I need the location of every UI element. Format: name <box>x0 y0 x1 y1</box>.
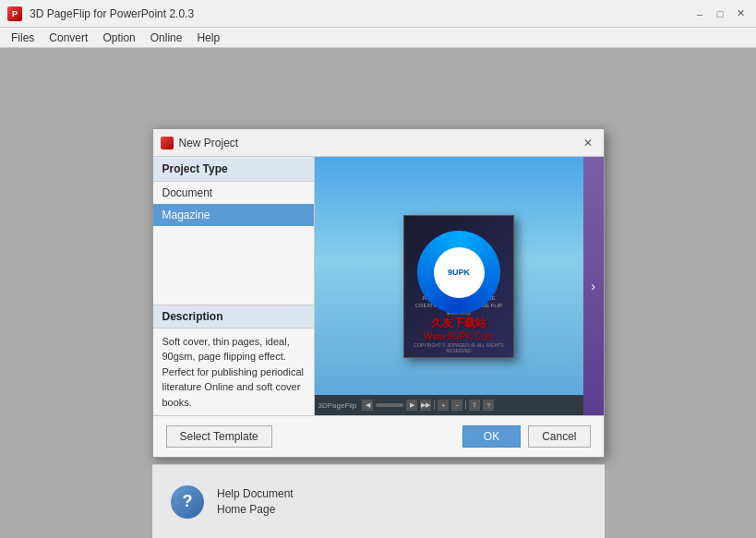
app-icon: P <box>7 6 22 21</box>
maximize-button[interactable]: □ <box>712 6 728 22</box>
toolbar-divider-2 <box>465 401 466 410</box>
right-panel: 3D PAGEFLIPPROFESSIONAL THE WORLD'S BEST… <box>315 157 604 415</box>
toolbar-brand: 3DPageFlip <box>318 401 357 410</box>
book-cover-subtitle: THE WORLD'S BEST 3D PAGEFLIPPING SOFTWAR… <box>404 286 513 317</box>
title-bar-left: P 3D PageFlip for PowerPoint 2.0.3 <box>7 6 194 21</box>
toolbar-icon-zoom-in[interactable]: + <box>438 400 449 411</box>
left-panel: Project Type Document Magazine Descripti… <box>153 157 315 415</box>
toolbar-icon-help[interactable]: ? <box>483 400 494 411</box>
dialog-icon <box>161 137 174 149</box>
toolbar-progress <box>376 403 403 407</box>
app-title: 3D PageFlip for PowerPoint 2.0.3 <box>30 7 194 20</box>
description-section: Description Soft cover, thin pages, idea… <box>153 305 314 416</box>
dialog-title-text: New Project <box>179 137 239 149</box>
book-cover-title: 3D PAGEFLIPPROFESSIONAL <box>419 255 499 286</box>
dialog-content: Project Type Document Magazine Descripti… <box>153 157 604 457</box>
menu-files[interactable]: Files <box>4 28 42 47</box>
book-cover: 3D PAGEFLIPPROFESSIONAL THE WORLD'S BEST… <box>403 215 514 358</box>
dialog-title-left: New Project <box>161 137 239 149</box>
project-type-header: Project Type <box>153 157 314 182</box>
dialog-title-bar: New Project ✕ <box>153 129 604 157</box>
select-template-button[interactable]: Select Template <box>166 425 272 448</box>
preview-area: 3D PAGEFLIPPROFESSIONAL THE WORLD'S BEST… <box>315 157 604 415</box>
menu-bar: Files Convert Option Online Help <box>0 28 756 48</box>
minimize-button[interactable]: – <box>691 6 708 22</box>
book-bottom-text: COPYRIGHT © 3DPAGEFLIP. ALL RIGHTS RESER… <box>404 342 513 353</box>
toolbar-icon-share[interactable]: ⇧ <box>469 400 480 411</box>
title-bar: P 3D PageFlip for PowerPoint 2.0.3 – □ ✕ <box>0 0 756 28</box>
dialog-top: Project Type Document Magazine Descripti… <box>153 157 604 415</box>
menu-convert[interactable]: Convert <box>42 28 95 47</box>
cancel-button[interactable]: Cancel <box>528 425 590 448</box>
preview-toolbar: 3DPageFlip ◀ ▶ ▶▶ + − ⇧ <box>315 395 583 415</box>
dialog-close-button[interactable]: ✕ <box>580 135 596 151</box>
bottom-info-panel: ? Help Document Home Page <box>152 464 605 538</box>
menu-help[interactable]: Help <box>189 28 227 47</box>
purple-sidebar[interactable]: › <box>583 157 604 415</box>
project-type-document[interactable]: Document <box>153 182 314 204</box>
help-icon-label: ? <box>183 492 193 511</box>
description-text: Soft cover, thin pages, ideal, 90gsm, pa… <box>153 329 314 416</box>
purple-sidebar-arrow: › <box>591 279 595 293</box>
toolbar-icons: ◀ ▶ ▶▶ + − ⇧ ? <box>362 400 494 411</box>
bottom-right-buttons: OK Cancel <box>462 425 591 448</box>
toolbar-icon-prev[interactable]: ◀ <box>362 400 373 411</box>
toolbar-divider-1 <box>434 401 435 410</box>
help-links: Help Document Home Page <box>217 487 294 516</box>
title-bar-controls: – □ ✕ <box>691 6 749 22</box>
help-document-link[interactable]: Help Document <box>217 487 294 500</box>
description-header: Description <box>153 305 314 329</box>
new-project-dialog: New Project ✕ Project Type Document Maga… <box>152 128 605 458</box>
menu-online[interactable]: Online <box>143 28 190 47</box>
toolbar-icon-next[interactable]: ▶ <box>406 400 417 411</box>
toolbar-icon-zoom-out[interactable]: − <box>451 400 462 411</box>
close-button[interactable]: ✕ <box>732 6 749 22</box>
toolbar-icon-play[interactable]: ▶▶ <box>420 400 431 411</box>
project-type-list: Document Magazine <box>153 182 314 305</box>
help-icon: ? <box>171 485 204 519</box>
home-page-link[interactable]: Home Page <box>217 503 294 516</box>
main-area: New Project ✕ Project Type Document Maga… <box>0 48 756 538</box>
menu-option[interactable]: Option <box>95 28 142 47</box>
project-type-magazine[interactable]: Magazine <box>153 204 314 226</box>
dialog-bottom-bar: Select Template OK Cancel <box>153 415 604 457</box>
ok-button[interactable]: OK <box>462 425 521 448</box>
